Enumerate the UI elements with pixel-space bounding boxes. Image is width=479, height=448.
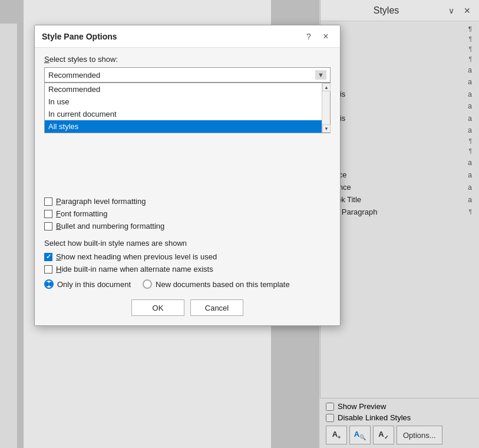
radio-label-this-document: Only in this document [57, 280, 131, 289]
dropdown-option-recommended[interactable]: Recommended [45, 83, 330, 95]
radio-circle-this-document [44, 279, 54, 289]
show-next-heading-checkbox[interactable]: ✓ [44, 253, 52, 261]
scroll-down-button[interactable]: ▼ [322, 124, 331, 133]
dialog-titlebar-icons: ? × [303, 29, 333, 44]
scroll-up-button[interactable]: ▲ [322, 83, 331, 91]
bullet-numbering-label: Bullet and numbering formatting [56, 222, 164, 230]
paragraph-formatting-row: PParagraph level formattingaragraph leve… [44, 197, 331, 206]
radio-circle-new-documents [143, 279, 152, 289]
hide-builtin-row: Hide built-in name when alternate name e… [44, 265, 331, 274]
radio-option-new-documents[interactable]: New documents based on this template [143, 279, 290, 289]
styles-dropdown-container: Recommended ▼ Recommended In use In curr… [44, 67, 331, 133]
dialog-title: Style Pane Options [42, 32, 117, 41]
radio-option-this-document[interactable]: Only in this document [44, 279, 131, 289]
hide-builtin-checkbox[interactable] [44, 265, 52, 274]
style-pane-options-dialog: Style Pane Options ? × Select styles to … [34, 25, 341, 326]
bullet-numbering-checkbox[interactable] [44, 222, 52, 230]
font-formatting-checkbox[interactable] [44, 210, 52, 218]
show-next-heading-row: ✓ Show next heading when previous level … [44, 252, 331, 261]
checkmark-icon: ✓ [46, 253, 51, 261]
font-formatting-row: Font formatting [44, 209, 331, 218]
builtin-section-label: Select how built-in style names are show… [44, 239, 331, 248]
dropdown-option-all-styles[interactable]: All styles [45, 120, 330, 133]
show-next-heading-label: Show next heading when previous level is… [56, 252, 217, 261]
select-styles-label: Select styles to show: [44, 55, 331, 64]
dialog-titlebar: Style Pane Options ? × [35, 25, 340, 48]
dialog-close-button[interactable]: × [319, 29, 333, 44]
dialog-help-button[interactable]: ? [303, 31, 314, 42]
dropdown-option-in-current[interactable]: In current document [45, 108, 330, 120]
font-formatting-label: Font formatting [56, 209, 107, 218]
builtin-section: Select how built-in style names are show… [44, 239, 331, 274]
dropdown-selected-text: Recommended [48, 71, 100, 80]
hide-builtin-label: Hide built-in name when alternate name e… [56, 265, 213, 274]
cancel-button[interactable]: Cancel [190, 299, 243, 316]
radio-label-new-documents: New documents based on this template [156, 280, 290, 289]
checkboxes-section: PParagraph level formattingaragraph leve… [44, 192, 331, 230]
paragraph-formatting-label: PParagraph level formattingaragraph leve… [56, 197, 146, 206]
dropdown-option-in-use[interactable]: In use [45, 95, 330, 108]
dropdown-list: Recommended In use In current document A… [44, 83, 331, 133]
dialog-buttons: OK Cancel [44, 299, 331, 318]
dialog-body: Select styles to show: Recommended ▼ Rec… [35, 48, 340, 325]
styles-dropdown[interactable]: Recommended ▼ [44, 67, 331, 83]
select-styles-label-text: S [44, 55, 49, 64]
bullet-numbering-row: Bullet and numbering formatting [44, 222, 331, 230]
radio-group: Only in this document New documents base… [44, 279, 331, 289]
ok-button[interactable]: OK [131, 299, 184, 316]
dropdown-scrollbar: ▲ ▼ [322, 83, 330, 133]
paragraph-formatting-checkbox[interactable] [44, 197, 52, 206]
dropdown-arrow-icon: ▼ [315, 70, 326, 80]
